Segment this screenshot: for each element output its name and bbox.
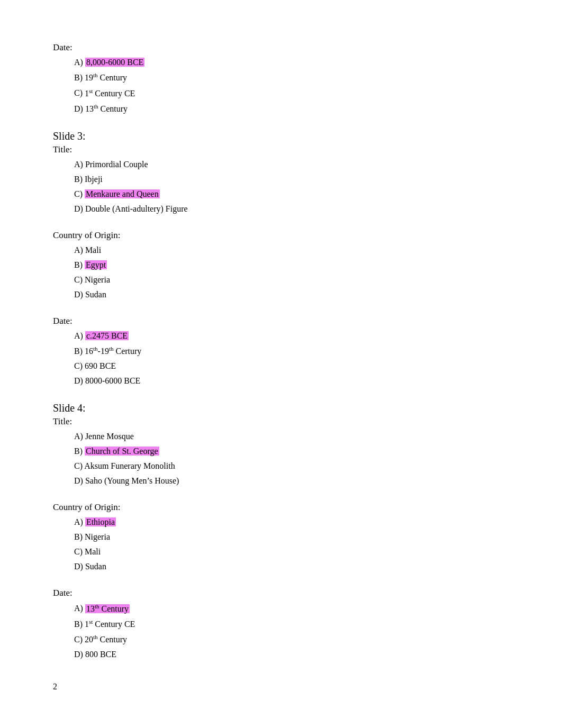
option-letter: C) <box>74 275 85 284</box>
option-letter: D) <box>74 104 85 113</box>
option-letter: B) <box>74 532 85 541</box>
slide3-title-options: A) Primordial Couple B) Ibjeji C) Menkau… <box>74 158 509 215</box>
page-number: 2 <box>53 682 509 691</box>
list-item: A) 13th Century <box>74 602 509 615</box>
option-letter: B) <box>74 347 85 356</box>
superscript: th <box>95 603 99 609</box>
list-item: A) Jenne Mosque <box>74 430 509 443</box>
superscript: th <box>94 103 98 110</box>
option-letter: D) <box>74 204 85 213</box>
option-letter: A) <box>74 604 85 613</box>
option-letter: D) <box>74 476 85 485</box>
option-text: 13th Century <box>85 104 128 113</box>
option-text: 8,000-6000 BCE <box>85 58 144 67</box>
slide4-date-options: A) 13th Century B) 1st Century CE C) 20t… <box>74 602 509 661</box>
slide4-title-options: A) Jenne Mosque B) Church of St. George … <box>74 430 509 487</box>
option-text: Aksum Funerary Monolith <box>84 461 175 470</box>
option-text-highlighted: 13th Century <box>85 604 130 613</box>
list-item: C) 20th Century <box>74 633 509 646</box>
option-text: Double (Anti-adultery) Figure <box>85 204 188 213</box>
list-item: D) Saho (Young Men’s House) <box>74 475 509 487</box>
option-letter: A) <box>74 160 85 169</box>
slide3-country-label: Country of Origin: <box>53 230 509 241</box>
slide3-title-label: Title: <box>53 144 509 155</box>
option-letter: C) <box>74 361 85 370</box>
list-item: B) 1st Century CE <box>74 617 509 631</box>
list-item: D) 800 BCE <box>74 648 509 661</box>
option-letter: B) <box>74 447 85 456</box>
date-section-pre-slide3: Date: A) 8,000-6000 BCE B) 19th Century … <box>53 42 509 115</box>
option-text: 1st Century CE <box>85 89 135 98</box>
option-text-highlighted: Menkaure and Queen <box>85 189 160 198</box>
list-item: A) Primordial Couple <box>74 158 509 171</box>
option-letter: A) <box>74 517 85 526</box>
option-text: Jenne Mosque <box>85 432 134 441</box>
option-text-highlighted: Ethiopia <box>85 517 116 526</box>
option-letter: C) <box>74 635 85 644</box>
option-text: 800 BCE <box>85 650 116 659</box>
list-item: B) Church of St. George <box>74 445 509 458</box>
list-item: C) Mali <box>74 545 509 558</box>
superscript: th <box>93 634 98 640</box>
list-item: B) Egypt <box>74 259 509 271</box>
option-text: Nigeria <box>85 275 110 284</box>
list-item: A) c.2475 BCE <box>74 330 509 342</box>
list-item: B) Nigeria <box>74 531 509 543</box>
option-text: Mali <box>85 547 101 556</box>
list-item: D) Sudan <box>74 560 509 573</box>
option-text-highlighted: Egypt <box>85 260 107 269</box>
option-text: Nigeria <box>85 532 110 541</box>
superscript: st <box>89 618 93 625</box>
slide4-country-options: A) Ethiopia B) Nigeria C) Mali D) Sudan <box>74 516 509 573</box>
superscript: th <box>93 72 98 78</box>
list-item: B) 16th-19th Certury <box>74 344 509 358</box>
slide4-country-label: Country of Origin: <box>53 502 509 513</box>
option-text: Primordial Couple <box>85 160 148 169</box>
superscript: st <box>89 87 93 94</box>
option-text: Ibjeji <box>85 175 103 184</box>
option-text: Mali <box>85 245 101 254</box>
slide3-country-section: Country of Origin: A) Mali B) Egypt C) N… <box>53 230 509 301</box>
option-letter: B) <box>74 175 85 184</box>
option-text: 20th Century <box>85 635 127 644</box>
date-options-pre: A) 8,000-6000 BCE B) 19th Century C) 1st… <box>74 56 509 115</box>
option-letter: B) <box>74 260 85 269</box>
option-letter: C) <box>74 189 85 198</box>
option-text: Sudan <box>85 290 106 299</box>
slide4-heading-section: Slide 4: Title: A) Jenne Mosque B) Churc… <box>53 402 509 487</box>
slide3-heading: Slide 3: <box>53 130 509 142</box>
option-letter: B) <box>74 620 85 629</box>
list-item: C) Nigeria <box>74 274 509 286</box>
slide3-country-options: A) Mali B) Egypt C) Nigeria D) Sudan <box>74 244 509 301</box>
list-item: B) Ibjeji <box>74 173 509 186</box>
option-letter: B) <box>74 73 85 82</box>
option-letter: A) <box>74 245 85 254</box>
list-item: C) 690 BCE <box>74 360 509 372</box>
option-text: 690 BCE <box>85 361 116 370</box>
option-text: Saho (Young Men’s House) <box>85 476 179 485</box>
option-text: 16th-19th Certury <box>85 347 141 356</box>
slide4-heading: Slide 4: <box>53 402 509 414</box>
option-text-highlighted: c.2475 BCE <box>85 331 129 340</box>
date-label-pre: Date: <box>53 42 509 53</box>
option-text: 19th Century <box>85 73 127 82</box>
option-text: 8000-6000 BCE <box>85 376 140 385</box>
slide4-date-section: Date: A) 13th Century B) 1st Century CE … <box>53 588 509 661</box>
list-item: A) 8,000-6000 BCE <box>74 56 509 69</box>
superscript: th <box>93 345 98 352</box>
slide3-heading-section: Slide 3: Title: A) Primordial Couple B) … <box>53 130 509 215</box>
option-letter: A) <box>74 432 85 441</box>
list-item: B) 19th Century <box>74 71 509 84</box>
list-item: D) 8000-6000 BCE <box>74 375 509 387</box>
option-text: Sudan <box>85 562 106 571</box>
option-letter: D) <box>74 562 85 571</box>
option-letter: D) <box>74 650 85 659</box>
option-letter: C) <box>74 547 85 556</box>
slide3-date-section: Date: A) c.2475 BCE B) 16th-19th Certury… <box>53 316 509 387</box>
option-text-highlighted: Church of St. George <box>85 447 159 456</box>
option-letter: D) <box>74 290 85 299</box>
list-item: D) Double (Anti-adultery) Figure <box>74 203 509 215</box>
option-letter: A) <box>74 58 85 67</box>
list-item: D) 13th Century <box>74 102 509 115</box>
list-item: D) Sudan <box>74 288 509 301</box>
